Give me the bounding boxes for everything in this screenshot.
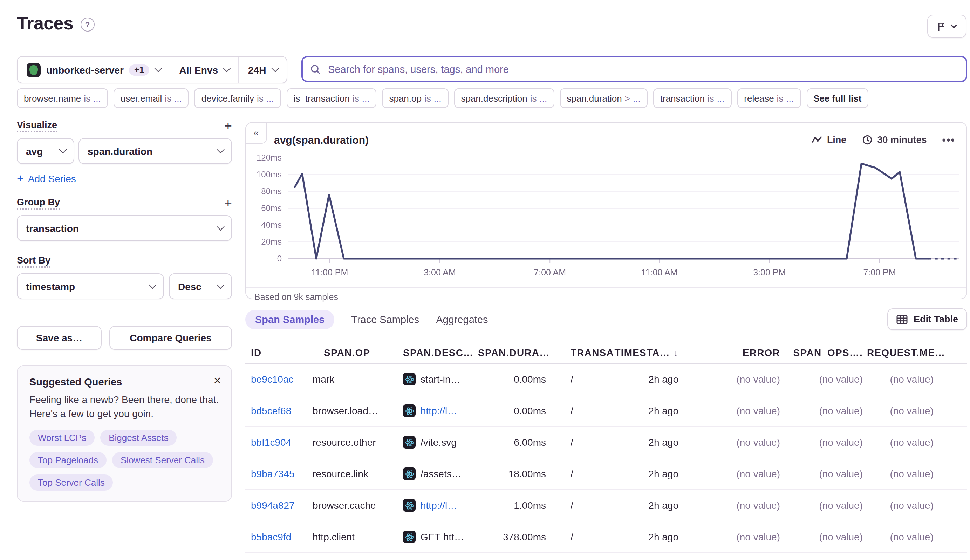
chart-interval-selector[interactable]: 30 minutes: [862, 134, 927, 145]
suggested-query-chip[interactable]: Worst LCPs: [30, 430, 95, 446]
filter-chip[interactable]: browser.nameis...: [17, 88, 108, 108]
y-tick-label: 120ms: [245, 153, 282, 163]
sort-direction-select[interactable]: Desc: [169, 273, 232, 299]
span-description-text[interactable]: http://l…: [420, 405, 457, 416]
aggregate-function-select[interactable]: avg: [17, 138, 74, 164]
timestamp-cell[interactable]: 2h ago: [648, 437, 678, 448]
filter-operator: is: [84, 93, 90, 103]
column-header[interactable]: SPAN_OPS….: [784, 347, 867, 358]
line-chart[interactable]: 020ms40ms60ms80ms100ms120ms 11:00 PM3:00…: [288, 158, 960, 263]
filter-key: user.email: [120, 93, 162, 103]
aggregate-field-select[interactable]: span.duration: [78, 138, 232, 164]
timestamp-cell[interactable]: 2h ago: [648, 500, 678, 511]
project-selector[interactable]: unborked-server +1: [18, 57, 170, 83]
add-series-button[interactable]: + Add Series: [17, 172, 232, 186]
flag-button[interactable]: [927, 15, 967, 38]
span-description-text[interactable]: http://l…: [420, 500, 457, 511]
table-row[interactable]: b9ba7345 resource.link /assets… 18.00ms …: [245, 458, 967, 490]
search-bar[interactable]: [302, 56, 967, 82]
column-header[interactable]: TRANSACTI…: [550, 347, 613, 358]
timestamp-cell[interactable]: 2h ago: [648, 373, 678, 385]
span-id-link[interactable]: be9c10ac: [251, 373, 293, 385]
aggregate-function-value: avg: [26, 145, 43, 157]
chart-type-selector[interactable]: Line: [812, 134, 847, 145]
filter-chip[interactable]: device.familyis...: [195, 88, 281, 108]
react-project-icon: [403, 373, 416, 385]
span-description-cell: start-in…: [395, 373, 478, 385]
suggested-query-chip[interactable]: Top Pageloads: [30, 452, 107, 468]
column-header[interactable]: SPAN.DURA…: [478, 347, 550, 358]
column-header[interactable]: SPAN.DESC…: [395, 347, 478, 358]
suggested-query-chip[interactable]: Top Server Calls: [30, 475, 113, 491]
chevron-down-icon: [217, 281, 225, 289]
table-row[interactable]: b41bfb26 resource.ifra… https://… 276.00…: [245, 553, 967, 560]
table-body: be9c10ac mark start-in… 0.00ms / 2h ago …: [245, 364, 967, 560]
timestamp-cell[interactable]: 2h ago: [648, 405, 678, 416]
see-full-list-button[interactable]: See full list: [807, 88, 868, 108]
filter-chip[interactable]: is_transactionis...: [287, 88, 377, 108]
search-input[interactable]: [327, 63, 959, 75]
transaction-cell: /: [550, 468, 613, 479]
span-id-link[interactable]: bbf1c904: [251, 437, 291, 448]
filter-chip[interactable]: span.duration>...: [560, 88, 647, 108]
tab-span-samples[interactable]: Span Samples: [245, 310, 334, 329]
environment-value: All Envs: [179, 64, 218, 75]
table-row[interactable]: be9c10ac mark start-in… 0.00ms / 2h ago …: [245, 364, 967, 395]
edit-table-button[interactable]: Edit Table: [888, 308, 967, 330]
suggested-query-chip[interactable]: Slowest Server Calls: [112, 452, 213, 468]
span-id-link[interactable]: b5bac9fd: [251, 531, 291, 542]
add-visualize-button[interactable]: +: [224, 121, 232, 131]
filter-chip[interactable]: user.emailis...: [113, 88, 189, 108]
sort-by-controls: timestamp Desc: [17, 273, 232, 299]
transaction-cell: /: [550, 373, 613, 385]
filter-chip[interactable]: span.opis...: [382, 88, 448, 108]
span-id-link[interactable]: b994a827: [251, 500, 295, 511]
filter-operator: is: [424, 93, 431, 103]
time-range-selector[interactable]: 24H: [239, 57, 286, 83]
tab-aggregates[interactable]: Aggregates: [436, 310, 488, 329]
traces-page: Traces ? unborked-server +1 All Envs 24H…: [0, 0, 970, 560]
request-method-cell: (no value): [867, 531, 967, 542]
filter-operator: is: [777, 93, 783, 103]
span-op-cell: http.client: [313, 531, 395, 542]
timestamp-cell[interactable]: 2h ago: [648, 531, 678, 542]
chevron-down-icon: [271, 64, 279, 72]
filter-key: is_transaction: [294, 93, 350, 103]
environment-selector[interactable]: All Envs: [170, 57, 238, 83]
flag-icon: [937, 22, 946, 31]
table-row[interactable]: b5bac9fd http.client GET htt… 378.00ms /…: [245, 522, 967, 553]
table-row[interactable]: bd5cef68 browser.load… http://l… 0.00ms …: [245, 395, 967, 427]
timestamp-cell[interactable]: 2h ago: [648, 468, 678, 479]
search-icon: [310, 63, 321, 75]
column-header[interactable]: REQUEST.ME…: [867, 347, 967, 358]
filter-chip[interactable]: releaseis...: [737, 88, 801, 108]
sort-field-select[interactable]: timestamp: [17, 273, 164, 299]
group-by-select[interactable]: transaction: [17, 215, 232, 241]
chart-menu-button[interactable]: •••: [942, 133, 955, 145]
filter-value: ...: [93, 93, 101, 103]
save-as-button[interactable]: Save as…: [17, 326, 102, 350]
query-builder-sidebar: Visualize + avg span.duration + Add Seri…: [17, 119, 232, 502]
filter-chip[interactable]: span.descriptionis...: [454, 88, 554, 108]
close-icon[interactable]: ✕: [213, 375, 222, 386]
transaction-cell: /: [550, 531, 613, 542]
suggested-query-chip[interactable]: Biggest Assets: [100, 430, 177, 446]
column-header[interactable]: SPAN.OP: [313, 347, 395, 358]
tab-trace-samples[interactable]: Trace Samples: [351, 310, 419, 329]
span-op-cell: mark: [313, 373, 395, 385]
span-id-link[interactable]: b9ba7345: [251, 468, 295, 479]
column-header[interactable]: ID: [245, 347, 313, 358]
table-row[interactable]: b994a827 browser.cache http://l… 1.00ms …: [245, 490, 967, 522]
help-icon[interactable]: ?: [80, 18, 94, 32]
filter-key: span.duration: [567, 93, 622, 103]
filter-chip[interactable]: transactionis...: [653, 88, 732, 108]
table-row[interactable]: bbf1c904 resource.other /vite.svg 6.00ms…: [245, 427, 967, 458]
add-group-by-button[interactable]: +: [224, 198, 232, 208]
filter-key: release: [744, 93, 774, 103]
span-id-link[interactable]: bd5cef68: [251, 405, 291, 416]
compare-queries-button[interactable]: Compare Queries: [109, 326, 232, 350]
column-header[interactable]: ERROR: [683, 347, 784, 358]
suggested-queries-body: Feeling like a newb? Been there, done th…: [30, 393, 219, 421]
collapse-sidebar-button[interactable]: «: [245, 122, 267, 144]
column-header[interactable]: TIMESTA…↓: [613, 347, 683, 358]
